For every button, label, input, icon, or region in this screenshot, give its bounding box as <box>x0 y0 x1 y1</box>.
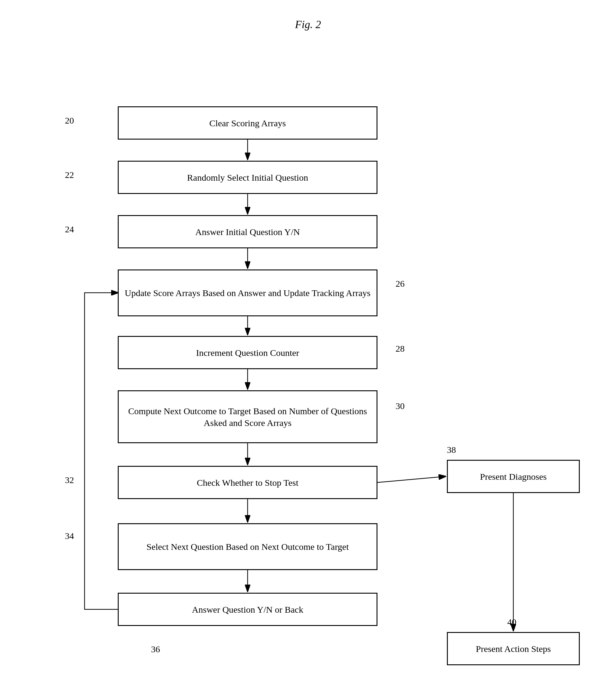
box-random-select: Randomly Select Initial Question <box>118 161 377 194</box>
label-26: 26 <box>395 278 405 289</box>
box-compute: Compute Next Outcome to Target Based on … <box>118 390 377 443</box>
label-24: 24 <box>65 224 74 234</box>
box-clear-scoring: Clear Scoring Arrays <box>118 106 377 139</box>
box-clear-scoring-text: Clear Scoring Arrays <box>209 117 286 129</box>
box-update-score: Update Score Arrays Based on Answer and … <box>118 269 377 316</box>
label-28: 28 <box>395 343 405 354</box>
box-present-action-text: Present Action Steps <box>476 643 551 655</box>
label-22: 22 <box>65 170 74 180</box>
box-increment: Increment Question Counter <box>118 336 377 369</box>
box-select-next: Select Next Question Based on Next Outco… <box>118 523 377 570</box>
box-answer-initial: Answer Initial Question Y/N <box>118 215 377 248</box>
svg-line-9 <box>377 476 446 482</box>
label-36: 36 <box>151 644 160 654</box>
label-38: 38 <box>447 445 456 455</box>
label-30: 30 <box>395 401 405 411</box>
box-select-next-text: Select Next Question Based on Next Outco… <box>146 541 349 553</box>
box-answer-initial-text: Answer Initial Question Y/N <box>196 226 300 238</box>
box-answer-question-text: Answer Question Y/N or Back <box>192 603 303 615</box>
diagram-container: Clear Scoring Arrays 20 Randomly Select … <box>0 43 616 674</box>
box-update-score-text: Update Score Arrays Based on Answer and … <box>125 287 371 299</box>
label-40: 40 <box>507 617 516 627</box>
box-increment-text: Increment Question Counter <box>196 347 299 359</box>
box-random-select-text: Randomly Select Initial Question <box>187 172 308 184</box>
box-check-stop-text: Check Whether to Stop Test <box>197 477 298 488</box>
box-present-action: Present Action Steps <box>447 632 580 665</box>
label-20: 20 <box>65 115 74 126</box>
label-34: 34 <box>65 531 74 541</box>
box-compute-text: Compute Next Outcome to Target Based on … <box>125 405 371 429</box>
box-check-stop: Check Whether to Stop Test <box>118 466 377 499</box>
label-32: 32 <box>65 475 74 485</box>
box-answer-question: Answer Question Y/N or Back <box>118 593 377 626</box>
box-present-diagnoses-text: Present Diagnoses <box>480 471 547 482</box>
box-present-diagnoses: Present Diagnoses <box>447 460 580 493</box>
page-title: Fig. 2 <box>0 0 616 43</box>
